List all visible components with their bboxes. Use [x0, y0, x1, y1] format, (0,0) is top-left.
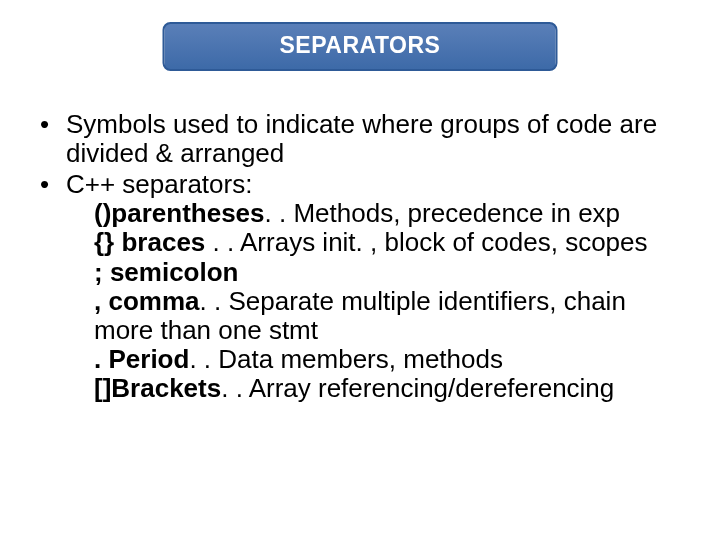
separator-desc: Methods, precedence in exp [293, 198, 620, 228]
slide-title: SEPARATORS [280, 32, 441, 58]
bullet-item: Symbols used to indicate where groups of… [38, 110, 680, 168]
separator-line: ()parentheses. . Methods, precedence in … [94, 199, 680, 228]
separator-name: braces [114, 227, 205, 257]
separator-symbol: [] [94, 373, 111, 403]
slide: SEPARATORS Symbols used to indicate wher… [0, 0, 720, 540]
separator-name: semicolon [103, 257, 239, 287]
separator-sep: . . [221, 373, 248, 403]
content-area: Symbols used to indicate where groups of… [38, 110, 680, 405]
title-box: SEPARATORS [163, 22, 558, 71]
separator-sep: . . [200, 286, 229, 316]
separator-line: , comma. . Separate multiple identifiers… [94, 287, 680, 345]
separator-name: Period [101, 344, 189, 374]
separator-symbol: () [94, 198, 111, 228]
separator-desc: Array referencing/dereferencing [249, 373, 615, 403]
separator-line: . Period. . Data members, methods [94, 345, 680, 374]
separator-line: ; semicolon [94, 258, 680, 287]
separator-name: Brackets [111, 373, 221, 403]
bullet-item: C++ separators: ()parentheses. . Methods… [38, 170, 680, 403]
separator-name: parentheses [111, 198, 264, 228]
separator-name: comma [101, 286, 199, 316]
bullet-text: Symbols used to indicate where groups of… [66, 109, 657, 168]
separator-line: []Brackets. . Array referencing/derefere… [94, 374, 680, 403]
separator-sep: . . [189, 344, 218, 374]
separator-line: {} braces . . Arrays init. , block of co… [94, 228, 680, 257]
separator-sep: . . [265, 198, 287, 228]
bullet-list: Symbols used to indicate where groups of… [38, 110, 680, 403]
separator-symbol: ; [94, 257, 103, 287]
separator-list: ()parentheses. . Methods, precedence in … [66, 199, 680, 403]
separator-desc: Data members, methods [218, 344, 503, 374]
bullet-text: C++ separators: [66, 169, 252, 199]
separator-sep: . . [205, 227, 240, 257]
separator-desc: Arrays init. , block of codes, scopes [240, 227, 648, 257]
separator-symbol: {} [94, 227, 114, 257]
